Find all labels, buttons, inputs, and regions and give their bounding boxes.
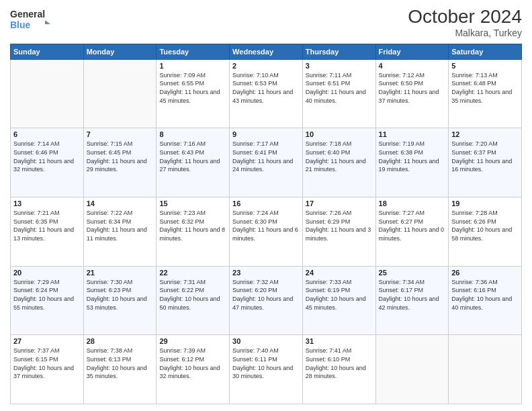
table-row: 3Sunrise: 7:11 AM Sunset: 6:51 PM Daylig… bbox=[302, 59, 375, 128]
day-info: Sunrise: 7:11 AM Sunset: 6:51 PM Dayligh… bbox=[306, 71, 373, 105]
day-number: 15 bbox=[159, 199, 226, 208]
table-row bbox=[83, 59, 157, 128]
day-info: Sunrise: 7:28 AM Sunset: 6:26 PM Dayligh… bbox=[451, 209, 519, 242]
month-title: October 2024 bbox=[408, 7, 522, 28]
day-number: 19 bbox=[451, 199, 519, 208]
table-row: 31Sunrise: 7:41 AM Sunset: 6:10 PM Dayli… bbox=[302, 335, 375, 404]
day-number: 14 bbox=[87, 199, 154, 208]
table-row: 6Sunrise: 7:14 AM Sunset: 6:46 PM Daylig… bbox=[11, 128, 84, 197]
day-number: 7 bbox=[87, 130, 154, 138]
day-number: 25 bbox=[379, 269, 446, 277]
table-row: 1Sunrise: 7:09 AM Sunset: 6:55 PM Daylig… bbox=[157, 59, 230, 128]
table-row bbox=[375, 335, 449, 404]
day-info: Sunrise: 7:26 AM Sunset: 6:29 PM Dayligh… bbox=[306, 209, 373, 242]
day-info: Sunrise: 7:32 AM Sunset: 6:20 PM Dayligh… bbox=[232, 278, 300, 312]
col-friday: Friday bbox=[375, 44, 449, 59]
day-number: 30 bbox=[232, 337, 300, 345]
day-number: 22 bbox=[159, 269, 226, 277]
svg-text:General: General bbox=[10, 9, 45, 19]
page: GeneralBlue October 2024 Malkara, Turkey… bbox=[0, 0, 532, 411]
table-row bbox=[11, 59, 84, 128]
table-row bbox=[449, 335, 522, 404]
table-row: 7Sunrise: 7:15 AM Sunset: 6:45 PM Daylig… bbox=[83, 128, 157, 197]
table-row: 13Sunrise: 7:21 AM Sunset: 6:35 PM Dayli… bbox=[11, 197, 84, 267]
day-info: Sunrise: 7:24 AM Sunset: 6:30 PM Dayligh… bbox=[232, 209, 300, 242]
day-number: 18 bbox=[379, 199, 446, 208]
day-info: Sunrise: 7:13 AM Sunset: 6:48 PM Dayligh… bbox=[451, 71, 519, 105]
day-number: 5 bbox=[451, 62, 519, 70]
calendar-table: Sunday Monday Tuesday Wednesday Thursday… bbox=[10, 44, 522, 404]
table-row: 9Sunrise: 7:17 AM Sunset: 6:41 PM Daylig… bbox=[230, 128, 303, 197]
title-block: October 2024 Malkara, Turkey bbox=[408, 7, 522, 38]
day-number: 29 bbox=[159, 337, 226, 345]
day-number: 6 bbox=[13, 130, 81, 138]
day-info: Sunrise: 7:39 AM Sunset: 6:12 PM Dayligh… bbox=[159, 347, 226, 380]
day-info: Sunrise: 7:33 AM Sunset: 6:19 PM Dayligh… bbox=[306, 278, 373, 312]
day-info: Sunrise: 7:21 AM Sunset: 6:35 PM Dayligh… bbox=[13, 209, 81, 242]
table-row: 14Sunrise: 7:22 AM Sunset: 6:34 PM Dayli… bbox=[83, 197, 157, 267]
table-row: 15Sunrise: 7:23 AM Sunset: 6:32 PM Dayli… bbox=[157, 197, 230, 267]
day-info: Sunrise: 7:09 AM Sunset: 6:55 PM Dayligh… bbox=[159, 71, 226, 105]
day-number: 12 bbox=[451, 130, 519, 138]
day-number: 27 bbox=[13, 337, 81, 345]
table-row: 28Sunrise: 7:38 AM Sunset: 6:13 PM Dayli… bbox=[83, 335, 157, 404]
day-number: 26 bbox=[451, 269, 519, 277]
day-info: Sunrise: 7:22 AM Sunset: 6:34 PM Dayligh… bbox=[87, 209, 154, 242]
day-info: Sunrise: 7:15 AM Sunset: 6:45 PM Dayligh… bbox=[87, 140, 154, 173]
table-row: 23Sunrise: 7:32 AM Sunset: 6:20 PM Dayli… bbox=[230, 266, 303, 335]
calendar-week-1: 1Sunrise: 7:09 AM Sunset: 6:55 PM Daylig… bbox=[11, 59, 522, 128]
table-row: 20Sunrise: 7:29 AM Sunset: 6:24 PM Dayli… bbox=[11, 266, 84, 335]
table-row: 4Sunrise: 7:12 AM Sunset: 6:50 PM Daylig… bbox=[375, 59, 449, 128]
table-row: 8Sunrise: 7:16 AM Sunset: 6:43 PM Daylig… bbox=[157, 128, 230, 197]
col-wednesday: Wednesday bbox=[230, 44, 303, 59]
logo-svg: GeneralBlue bbox=[10, 7, 57, 32]
day-number: 4 bbox=[379, 62, 446, 70]
day-info: Sunrise: 7:17 AM Sunset: 6:41 PM Dayligh… bbox=[232, 140, 300, 173]
table-row: 24Sunrise: 7:33 AM Sunset: 6:19 PM Dayli… bbox=[302, 266, 375, 335]
calendar-week-4: 20Sunrise: 7:29 AM Sunset: 6:24 PM Dayli… bbox=[11, 266, 522, 335]
logo: GeneralBlue bbox=[10, 7, 57, 32]
day-info: Sunrise: 7:38 AM Sunset: 6:13 PM Dayligh… bbox=[87, 347, 154, 380]
table-row: 16Sunrise: 7:24 AM Sunset: 6:30 PM Dayli… bbox=[230, 197, 303, 267]
day-info: Sunrise: 7:27 AM Sunset: 6:27 PM Dayligh… bbox=[379, 209, 446, 242]
table-row: 22Sunrise: 7:31 AM Sunset: 6:22 PM Dayli… bbox=[157, 266, 230, 335]
day-info: Sunrise: 7:37 AM Sunset: 6:15 PM Dayligh… bbox=[13, 347, 81, 380]
table-row: 17Sunrise: 7:26 AM Sunset: 6:29 PM Dayli… bbox=[302, 197, 375, 267]
day-number: 3 bbox=[306, 62, 373, 70]
calendar-week-5: 27Sunrise: 7:37 AM Sunset: 6:15 PM Dayli… bbox=[11, 335, 522, 404]
calendar-week-3: 13Sunrise: 7:21 AM Sunset: 6:35 PM Dayli… bbox=[11, 197, 522, 267]
table-row: 26Sunrise: 7:36 AM Sunset: 6:16 PM Dayli… bbox=[449, 266, 522, 335]
col-saturday: Saturday bbox=[449, 44, 522, 59]
day-info: Sunrise: 7:10 AM Sunset: 6:53 PM Dayligh… bbox=[232, 71, 300, 105]
col-tuesday: Tuesday bbox=[157, 44, 230, 59]
day-info: Sunrise: 7:14 AM Sunset: 6:46 PM Dayligh… bbox=[13, 140, 81, 173]
day-number: 16 bbox=[232, 199, 300, 208]
calendar-week-2: 6Sunrise: 7:14 AM Sunset: 6:46 PM Daylig… bbox=[11, 128, 522, 197]
subtitle: Malkara, Turkey bbox=[408, 28, 522, 38]
day-number: 9 bbox=[232, 130, 300, 138]
col-thursday: Thursday bbox=[302, 44, 375, 59]
day-number: 31 bbox=[306, 337, 373, 345]
day-number: 24 bbox=[306, 269, 373, 277]
table-row: 19Sunrise: 7:28 AM Sunset: 6:26 PM Dayli… bbox=[449, 197, 522, 267]
day-number: 28 bbox=[87, 337, 154, 345]
day-info: Sunrise: 7:41 AM Sunset: 6:10 PM Dayligh… bbox=[306, 347, 373, 380]
table-row: 18Sunrise: 7:27 AM Sunset: 6:27 PM Dayli… bbox=[375, 197, 449, 267]
day-info: Sunrise: 7:23 AM Sunset: 6:32 PM Dayligh… bbox=[159, 209, 226, 242]
table-row: 2Sunrise: 7:10 AM Sunset: 6:53 PM Daylig… bbox=[230, 59, 303, 128]
day-number: 17 bbox=[306, 199, 373, 208]
day-number: 11 bbox=[379, 130, 446, 138]
day-number: 2 bbox=[232, 62, 300, 70]
day-info: Sunrise: 7:12 AM Sunset: 6:50 PM Dayligh… bbox=[379, 71, 446, 105]
day-number: 23 bbox=[232, 269, 300, 277]
svg-text:Blue: Blue bbox=[10, 19, 31, 30]
table-row: 21Sunrise: 7:30 AM Sunset: 6:23 PM Dayli… bbox=[83, 266, 157, 335]
day-number: 8 bbox=[159, 130, 226, 138]
day-info: Sunrise: 7:36 AM Sunset: 6:16 PM Dayligh… bbox=[451, 278, 519, 312]
day-info: Sunrise: 7:30 AM Sunset: 6:23 PM Dayligh… bbox=[87, 278, 154, 312]
table-row: 12Sunrise: 7:20 AM Sunset: 6:37 PM Dayli… bbox=[449, 128, 522, 197]
calendar-header-row: Sunday Monday Tuesday Wednesday Thursday… bbox=[11, 44, 522, 59]
table-row: 27Sunrise: 7:37 AM Sunset: 6:15 PM Dayli… bbox=[11, 335, 84, 404]
col-monday: Monday bbox=[83, 44, 157, 59]
day-number: 1 bbox=[159, 62, 226, 70]
